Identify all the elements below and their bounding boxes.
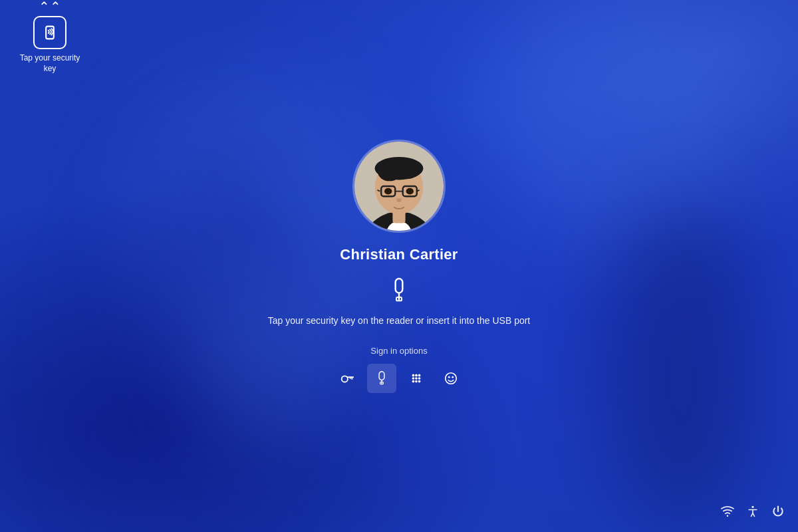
usb-key-icon (388, 277, 410, 302)
svg-point-7 (399, 163, 418, 178)
face-sign-in-button[interactable] (436, 364, 466, 393)
key-icon (340, 371, 354, 386)
avatar-image (354, 142, 444, 231)
svg-rect-16 (392, 210, 405, 223)
svg-point-6 (378, 163, 400, 181)
face-icon (444, 371, 458, 386)
pin-grid-icon (409, 371, 424, 386)
svg-point-29 (418, 374, 421, 376)
svg-point-30 (412, 377, 415, 380)
svg-point-35 (418, 380, 421, 382)
security-key-icon-wrapper (388, 277, 410, 305)
usb-key-small-icon (374, 371, 389, 386)
sign-in-options-buttons (332, 364, 466, 393)
svg-point-27 (412, 374, 415, 376)
instruction-text: Tap your security key on the reader or i… (268, 315, 531, 326)
pin-sign-in-button[interactable] (402, 364, 431, 393)
svg-point-28 (415, 374, 418, 376)
svg-point-33 (412, 380, 415, 382)
svg-point-14 (406, 188, 414, 194)
svg-point-15 (396, 198, 402, 202)
power-svg (771, 505, 785, 518)
accessibility-icon[interactable] (746, 505, 759, 521)
user-name: Christian Cartier (340, 246, 458, 263)
svg-point-40 (751, 506, 753, 508)
system-icons (721, 505, 785, 521)
accessibility-svg (746, 505, 759, 518)
main-content: Christian Cartier Tap your security key … (0, 0, 798, 532)
user-avatar (352, 140, 446, 233)
svg-rect-17 (396, 279, 403, 293)
svg-point-37 (448, 376, 450, 378)
wifi-icon[interactable] (721, 505, 734, 521)
power-icon[interactable] (771, 505, 785, 521)
password-sign-in-button[interactable] (332, 364, 362, 393)
svg-point-32 (418, 377, 421, 380)
svg-point-34 (415, 380, 418, 382)
svg-rect-24 (379, 371, 384, 380)
svg-point-31 (415, 377, 418, 380)
svg-point-38 (452, 376, 454, 378)
svg-point-36 (446, 372, 457, 384)
svg-point-13 (384, 188, 392, 194)
sign-in-options-label: Sign in options (370, 346, 427, 356)
svg-point-39 (727, 515, 729, 517)
security-key-sign-in-button[interactable] (367, 364, 396, 393)
wifi-svg (721, 505, 734, 518)
